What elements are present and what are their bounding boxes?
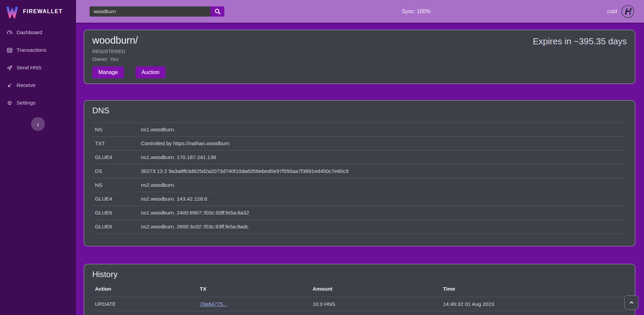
dashboard-gauge-icon bbox=[7, 30, 13, 36]
dns-record-row: TXTControlled by https://nathan.woodburn bbox=[92, 137, 627, 151]
history-time: 15:47:36 07 Feb 2023 bbox=[440, 311, 627, 315]
history-row: RENEW 479e5c6... 10.0 HNS 15:47:36 07 Fe… bbox=[92, 311, 627, 315]
dns-record-row: GLUE6ns2.woodburn. 2600:3c02::f03c:93ff:… bbox=[92, 220, 627, 234]
sync-status: Sync: 100% bbox=[402, 8, 430, 15]
brand-logo[interactable]: FIREWALLET bbox=[0, 0, 76, 23]
dns-record-row: GLUE4ns2.woodburn. 143.42.128.6 bbox=[92, 192, 627, 206]
history-time: 14:46:32 01 Aug 2023 bbox=[440, 297, 627, 311]
paper-plane-icon bbox=[7, 65, 13, 71]
dns-title: DNS bbox=[92, 106, 627, 115]
history-table: Action TX Amount Time UPDATE 70e64775...… bbox=[92, 284, 627, 315]
dns-record-value: ns2.woodburn. 2600:3c02::f03c:93ff:fe5a:… bbox=[141, 220, 627, 234]
dns-record-type: GLUE4 bbox=[92, 151, 141, 164]
scroll-to-top-button[interactable] bbox=[624, 295, 639, 310]
sidebar-item-transactions[interactable]: Transactions bbox=[0, 46, 76, 54]
domain-expiry: Expires in ~395.35 days bbox=[533, 36, 627, 47]
dns-record-value: ns1.woodburn. 2400:8907::f03c:93ff:fe5a:… bbox=[141, 206, 627, 220]
dns-record-type: GLUE6 bbox=[92, 220, 141, 234]
page-content: woodburn/ REGISTERED Owner: You Manage A… bbox=[76, 23, 644, 315]
search-button[interactable] bbox=[210, 6, 224, 17]
sidebar-item-dashboard[interactable]: Dashboard bbox=[0, 29, 76, 36]
sidebar-nav: Dashboard Transactions Send HNS Receive bbox=[0, 29, 76, 107]
dns-record-row: NSns2.woodburn. bbox=[92, 178, 627, 192]
dns-record-row: GLUE6ns1.woodburn. 2400:8907::f03c:93ff:… bbox=[92, 206, 627, 220]
history-action: UPDATE bbox=[92, 297, 197, 311]
table-icon bbox=[7, 47, 13, 53]
dns-record-type: GLUE6 bbox=[92, 206, 141, 220]
sidebar-item-label: Transactions bbox=[17, 47, 46, 53]
sidebar-item-label: Receive bbox=[17, 82, 35, 88]
history-col-amount: Amount bbox=[310, 284, 440, 297]
search-input[interactable] bbox=[90, 6, 210, 17]
sidebar-item-send-hns[interactable]: Send HNS bbox=[0, 64, 76, 71]
domain-card: woodburn/ REGISTERED Owner: You Manage A… bbox=[84, 30, 635, 84]
sidebar: FIREWALLET Dashboard Transactions Send H… bbox=[0, 0, 76, 315]
dns-record-value: ns1.woodburn. 170.187.241.138 bbox=[141, 151, 627, 164]
dns-record-value: 30273 13 2 9a3a8fb3d625d2a2073d740f10da6… bbox=[141, 164, 627, 178]
history-amount: 10.0 HNS bbox=[310, 311, 440, 315]
chevron-left-icon: ‹ bbox=[37, 120, 39, 128]
main-area: Sync: 100% cold H woodburn/ REGISTERED O… bbox=[76, 0, 644, 315]
app-root: FIREWALLET Dashboard Transactions Send H… bbox=[0, 0, 644, 315]
domain-actions: Manage Auction bbox=[92, 66, 627, 78]
chevron-up-icon bbox=[628, 299, 635, 306]
dns-record-type: GLUE4 bbox=[92, 192, 141, 206]
history-header-row: Action TX Amount Time bbox=[92, 284, 627, 297]
history-amount: 10.0 HNS bbox=[310, 297, 440, 311]
sidebar-item-label: Settings bbox=[17, 100, 35, 106]
domain-owner: Owner: You bbox=[92, 56, 627, 62]
domain-status: REGISTERED bbox=[92, 48, 627, 54]
dns-record-value: Controlled by https://nathan.woodburn bbox=[141, 137, 627, 151]
dns-record-value: ns2.woodburn. 143.42.128.6 bbox=[141, 192, 627, 206]
dns-record-value: ns1.woodburn. bbox=[141, 123, 627, 137]
sidebar-item-label: Dashboard bbox=[17, 29, 42, 36]
wallet-name: cold bbox=[607, 8, 617, 15]
wallet-switcher[interactable]: cold H bbox=[607, 5, 635, 18]
history-col-tx: TX bbox=[197, 284, 310, 297]
dns-record-row: GLUE4ns1.woodburn. 170.187.241.138 bbox=[92, 151, 627, 164]
firewallet-logo-icon bbox=[5, 5, 19, 18]
search-group bbox=[90, 6, 224, 17]
dns-record-type: TXT bbox=[92, 137, 141, 151]
dns-record-row: NSns1.woodburn. bbox=[92, 123, 627, 137]
sidebar-item-receive[interactable]: Receive bbox=[0, 82, 76, 89]
history-row: UPDATE 70e64775... 10.0 HNS 14:46:32 01 … bbox=[92, 297, 627, 311]
dns-record-type: NS bbox=[92, 178, 141, 192]
history-col-time: Time bbox=[440, 284, 627, 297]
sidebar-collapse-button[interactable]: ‹ bbox=[31, 117, 45, 131]
brand-name: FIREWALLET bbox=[23, 8, 63, 15]
sidebar-item-settings[interactable]: ⚙ Settings bbox=[0, 99, 76, 107]
handshake-logo-icon[interactable]: H bbox=[621, 5, 635, 18]
history-title: History bbox=[92, 270, 627, 279]
history-card: History Action TX Amount Time UPDATE bbox=[84, 264, 635, 315]
search-icon bbox=[214, 8, 221, 15]
dns-record-type: DS bbox=[92, 164, 141, 178]
auction-button[interactable]: Auction bbox=[135, 66, 166, 78]
dns-record-type: NS bbox=[92, 123, 141, 137]
sidebar-item-label: Send HNS bbox=[17, 65, 41, 71]
arrow-down-left-icon bbox=[7, 83, 13, 88]
history-action: RENEW bbox=[92, 311, 197, 315]
manage-button[interactable]: Manage bbox=[92, 66, 124, 78]
topbar: Sync: 100% cold H bbox=[76, 0, 644, 23]
dns-record-value: ns2.woodburn. bbox=[141, 178, 627, 192]
dns-record-row: DS30273 13 2 9a3a8fb3d625d2a2073d740f10d… bbox=[92, 164, 627, 178]
history-col-action: Action bbox=[92, 284, 197, 297]
dns-table: NSns1.woodburn. TXTControlled by https:/… bbox=[92, 122, 627, 234]
gear-icon: ⚙ bbox=[7, 100, 13, 106]
dns-card: DNS NSns1.woodburn. TXTControlled by htt… bbox=[84, 100, 635, 246]
tx-link[interactable]: 70e64775... bbox=[200, 301, 227, 307]
